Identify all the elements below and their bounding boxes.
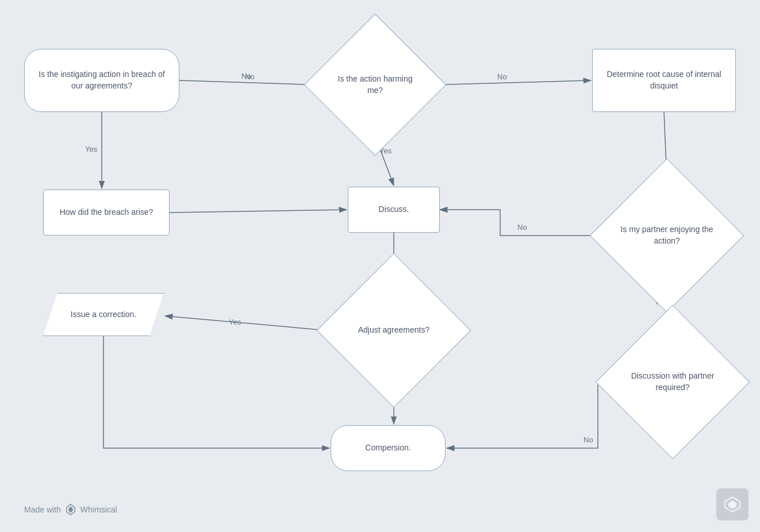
- node-instigating-action: Is the instigating action in breach of o…: [24, 49, 179, 112]
- label-no1-text: No: [245, 72, 255, 81]
- node-determine-root: Determine root cause of internal disquie…: [592, 49, 736, 112]
- whimsical-logo-icon: [64, 503, 77, 516]
- label-yes1: Yes: [85, 145, 97, 153]
- label-no3: No: [517, 223, 527, 232]
- svg-line-6: [170, 210, 347, 213]
- node-how-breach: How did the breach arise?: [43, 190, 170, 236]
- flowchart: No No Yes No Yes No Yes Yes No No Is the…: [0, 0, 760, 532]
- watermark-badge: [716, 488, 749, 521]
- svg-marker-12: [68, 507, 72, 513]
- node-partner-enjoying: Is my partner enjoying the action?: [612, 181, 721, 290]
- node-discussion-required: Discussion with partner required?: [618, 327, 727, 437]
- label-no5: No: [584, 435, 593, 444]
- node-action-harming: Is the action harming me?: [325, 34, 425, 135]
- node-issue-correction: Issue a correction.: [43, 293, 164, 336]
- node-discuss: Discuss.: [348, 187, 440, 233]
- label-yes4: Yes: [229, 318, 241, 326]
- svg-marker-14: [728, 500, 736, 509]
- node-compersion: Compersion.: [331, 425, 446, 471]
- svg-line-9: [165, 316, 339, 331]
- svg-line-1: [179, 80, 324, 85]
- svg-line-3: [425, 80, 591, 85]
- made-with-footer: Made with Whimsical: [24, 503, 117, 516]
- node-adjust-agreements: Adjust agreements?: [339, 276, 448, 385]
- watermark-icon: [724, 496, 741, 513]
- label-no2: No: [497, 72, 507, 81]
